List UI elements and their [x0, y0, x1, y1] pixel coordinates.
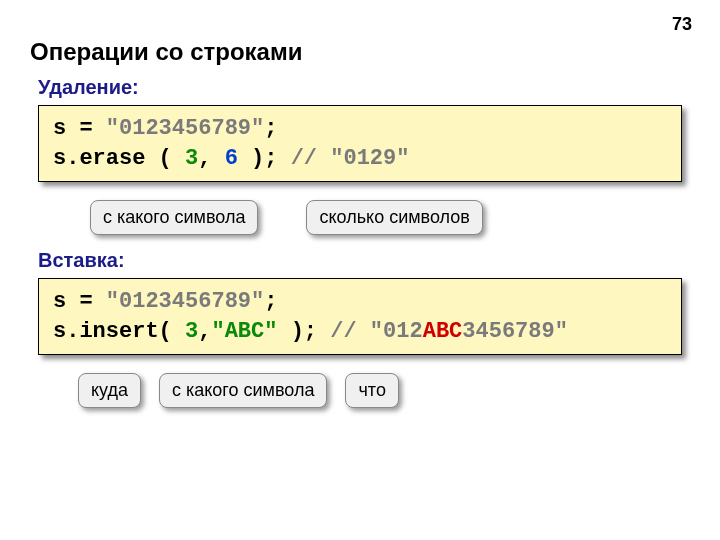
callout-from-which-char-2: с какого символа: [159, 373, 327, 408]
code-insert: s = "0123456789"; s.insert( 3,"ABC" ); /…: [38, 278, 682, 355]
callouts-insert: куда с какого символа что: [78, 373, 690, 408]
callout-how-many-chars: сколько символов: [306, 200, 482, 235]
section-delete-label: Удаление:: [38, 76, 690, 99]
code-erase: s = "0123456789"; s.erase ( 3, 6 ); // "…: [38, 105, 682, 182]
callout-from-which-char: с какого символа: [90, 200, 258, 235]
callout-what: что: [345, 373, 398, 408]
slide-title: Операции со строками: [30, 38, 690, 66]
section-insert-label: Вставка:: [38, 249, 690, 272]
callout-where: куда: [78, 373, 141, 408]
page-number: 73: [672, 14, 692, 35]
callouts-erase: с какого символа сколько символов: [90, 200, 690, 235]
